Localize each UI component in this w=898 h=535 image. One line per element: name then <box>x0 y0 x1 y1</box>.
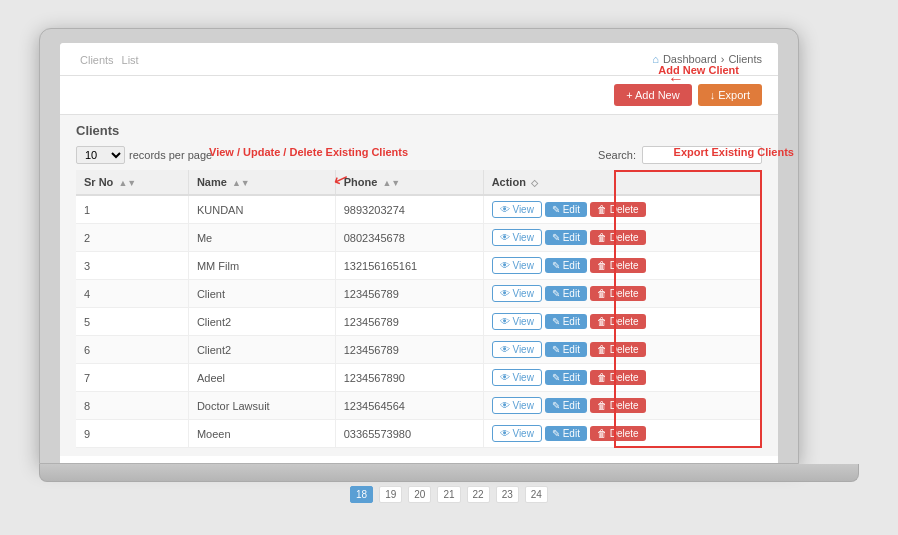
cell-sr: 6 <box>76 336 188 364</box>
page-number[interactable]: 21 <box>437 486 460 503</box>
edit-button[interactable]: ✎ Edit <box>545 202 587 217</box>
cell-phone: 123456789 <box>335 336 483 364</box>
records-per-page: 10 25 50 100 records per page <box>76 146 212 164</box>
cell-name: Moeen <box>188 420 335 448</box>
col-sr-no: Sr No ▲▼ <box>76 170 188 195</box>
section-title: Clients <box>76 123 762 138</box>
clients-table: Sr No ▲▼ Name ▲▼ Phone ▲ <box>76 170 762 448</box>
table-row: 2Me0802345678👁 View✎ Edit🗑 Delete <box>76 224 762 252</box>
cell-name: Adeel <box>188 364 335 392</box>
sort-icon-phone: ▲▼ <box>382 178 400 188</box>
table-row: 1KUNDAN9893203274👁 View✎ Edit🗑 Delete <box>76 195 762 224</box>
cell-phone: 03365573980 <box>335 420 483 448</box>
table-row: 8Doctor Lawsuit1234564564👁 View✎ Edit🗑 D… <box>76 392 762 420</box>
view-button[interactable]: 👁 View <box>492 229 542 246</box>
view-button[interactable]: 👁 View <box>492 257 542 274</box>
cell-action: 👁 View✎ Edit🗑 Delete <box>483 364 762 392</box>
delete-button[interactable]: 🗑 Delete <box>590 370 646 385</box>
cell-name: Client2 <box>188 308 335 336</box>
page-number[interactable]: 23 <box>496 486 519 503</box>
delete-button[interactable]: 🗑 Delete <box>590 314 646 329</box>
cell-sr: 3 <box>76 252 188 280</box>
cell-name: Doctor Lawsuit <box>188 392 335 420</box>
delete-button[interactable]: 🗑 Delete <box>590 342 646 357</box>
view-button[interactable]: 👁 View <box>492 285 542 302</box>
cell-sr: 5 <box>76 308 188 336</box>
edit-button[interactable]: ✎ Edit <box>545 426 587 441</box>
cell-sr: 8 <box>76 392 188 420</box>
edit-button[interactable]: ✎ Edit <box>545 398 587 413</box>
cell-name: KUNDAN <box>188 195 335 224</box>
sort-icon-sr: ▲▼ <box>118 178 136 188</box>
edit-button[interactable]: ✎ Edit <box>545 342 587 357</box>
cell-action: 👁 View✎ Edit🗑 Delete <box>483 308 762 336</box>
delete-button[interactable]: 🗑 Delete <box>590 398 646 413</box>
cell-phone: 123456789 <box>335 308 483 336</box>
view-button[interactable]: 👁 View <box>492 341 542 358</box>
cell-action: 👁 View✎ Edit🗑 Delete <box>483 195 762 224</box>
edit-button[interactable]: ✎ Edit <box>545 370 587 385</box>
table-row: 7Adeel1234567890👁 View✎ Edit🗑 Delete <box>76 364 762 392</box>
cell-phone: 1234564564 <box>335 392 483 420</box>
cell-action: 👁 View✎ Edit🗑 Delete <box>483 336 762 364</box>
cell-name: MM Film <box>188 252 335 280</box>
cell-action: 👁 View✎ Edit🗑 Delete <box>483 252 762 280</box>
page-number[interactable]: 19 <box>379 486 402 503</box>
cell-action: 👁 View✎ Edit🗑 Delete <box>483 420 762 448</box>
col-action: Action ◇ <box>483 170 762 195</box>
delete-button[interactable]: 🗑 Delete <box>590 258 646 273</box>
col-name: Name ▲▼ <box>188 170 335 195</box>
page-number[interactable]: 18 <box>350 486 373 503</box>
table-row: 4Client123456789👁 View✎ Edit🗑 Delete <box>76 280 762 308</box>
title-text: Clients <box>80 54 114 66</box>
pagination: 18192021222324 <box>39 486 859 507</box>
cell-phone: 9893203274 <box>335 195 483 224</box>
arrow-add: ← <box>668 70 684 88</box>
edit-button[interactable]: ✎ Edit <box>545 258 587 273</box>
cell-action: 👁 View✎ Edit🗑 Delete <box>483 280 762 308</box>
edit-button[interactable]: ✎ Edit <box>545 286 587 301</box>
edit-button[interactable]: ✎ Edit <box>545 230 587 245</box>
laptop-base <box>39 464 859 482</box>
view-button[interactable]: 👁 View <box>492 397 542 414</box>
table-row: 6Client2123456789👁 View✎ Edit🗑 Delete <box>76 336 762 364</box>
cell-sr: 2 <box>76 224 188 252</box>
records-per-page-select[interactable]: 10 25 50 100 <box>76 146 125 164</box>
controls-row: 10 25 50 100 records per page Search: <box>76 146 762 164</box>
cell-phone: 132156165161 <box>335 252 483 280</box>
delete-button[interactable]: 🗑 Delete <box>590 202 646 217</box>
delete-button[interactable]: 🗑 Delete <box>590 426 646 441</box>
view-button[interactable]: 👁 View <box>492 369 542 386</box>
table-row: 5Client2123456789👁 View✎ Edit🗑 Delete <box>76 308 762 336</box>
view-button[interactable]: 👁 View <box>492 201 542 218</box>
cell-name: Client2 <box>188 336 335 364</box>
delete-button[interactable]: 🗑 Delete <box>590 286 646 301</box>
cell-name: Me <box>188 224 335 252</box>
edit-button[interactable]: ✎ Edit <box>545 314 587 329</box>
annotation-export: Export Existing Clients <box>674 146 794 158</box>
page-title: Clients List <box>76 51 139 67</box>
page-number[interactable]: 22 <box>467 486 490 503</box>
table-row: 9Moeen03365573980👁 View✎ Edit🗑 Delete <box>76 420 762 448</box>
cell-action: 👁 View✎ Edit🗑 Delete <box>483 224 762 252</box>
table-row: 3MM Film132156165161👁 View✎ Edit🗑 Delete <box>76 252 762 280</box>
page-number[interactable]: 24 <box>525 486 548 503</box>
cell-action: 👁 View✎ Edit🗑 Delete <box>483 392 762 420</box>
page-number[interactable]: 20 <box>408 486 431 503</box>
sort-icon-action: ◇ <box>531 178 538 188</box>
view-button[interactable]: 👁 View <box>492 425 542 442</box>
search-label: Search: <box>598 149 636 161</box>
cell-phone: 123456789 <box>335 280 483 308</box>
subtitle-text: List <box>122 54 139 66</box>
annotation-view-update: View / Update / Delete Existing Clients <box>209 146 408 158</box>
export-button[interactable]: ↓ Export <box>698 84 762 106</box>
cell-sr: 9 <box>76 420 188 448</box>
cell-sr: 1 <box>76 195 188 224</box>
cell-name: Client <box>188 280 335 308</box>
delete-button[interactable]: 🗑 Delete <box>590 230 646 245</box>
main-content: Clients 10 25 50 100 records per page <box>60 115 778 456</box>
view-button[interactable]: 👁 View <box>492 313 542 330</box>
cell-phone: 0802345678 <box>335 224 483 252</box>
table-wrapper: Sr No ▲▼ Name ▲▼ Phone ▲ <box>76 170 762 448</box>
cell-sr: 4 <box>76 280 188 308</box>
